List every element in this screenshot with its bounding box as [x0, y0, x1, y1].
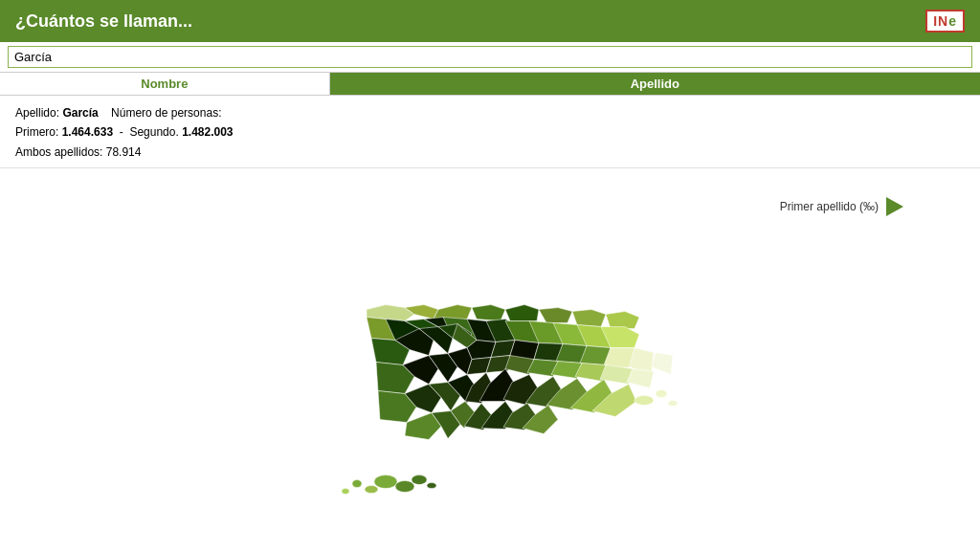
map-container	[309, 253, 711, 542]
svg-point-70	[427, 483, 436, 489]
svg-point-66	[412, 475, 427, 485]
legend-label: Primer apellido (‰)	[780, 197, 903, 216]
search-input[interactable]	[8, 46, 972, 68]
ambos-value: 78.914	[106, 145, 142, 159]
search-row	[0, 42, 980, 73]
svg-point-73	[668, 401, 678, 407]
spain-map	[309, 253, 711, 540]
primero-label: Primero:	[15, 125, 58, 139]
svg-marker-3	[472, 305, 505, 321]
apellido-label: Apellido:	[15, 106, 59, 120]
svg-point-65	[395, 481, 414, 493]
svg-marker-33	[652, 353, 673, 375]
svg-marker-5	[539, 308, 572, 323]
segundo-label: Segundo.	[129, 125, 178, 139]
svg-point-71	[635, 396, 654, 406]
svg-point-64	[374, 475, 397, 489]
svg-point-68	[352, 480, 362, 488]
svg-point-72	[656, 390, 667, 398]
header-bar: ¿Cuántos se llaman... INe	[0, 0, 980, 42]
segundo-value: 1.482.003	[182, 125, 233, 139]
svg-marker-7	[606, 312, 639, 329]
ine-logo: INe	[925, 10, 965, 33]
primero-value: 1.464.633	[62, 125, 113, 139]
next-arrow-icon[interactable]	[886, 197, 903, 216]
svg-point-67	[365, 486, 378, 494]
tab-apellido[interactable]: Apellido	[330, 73, 980, 95]
app-title: ¿Cuántos se llaman...	[15, 11, 192, 32]
stats-area: Apellido: García Número de personas: Pri…	[0, 96, 980, 168]
svg-point-69	[342, 489, 349, 495]
main-content: Primer apellido (‰)	[0, 168, 980, 551]
tab-row: Nombre Apellido	[0, 73, 980, 96]
svg-marker-32	[630, 348, 654, 372]
ambos-label: Ambos apellidos:	[15, 145, 102, 159]
svg-marker-4	[505, 305, 539, 321]
legend-text: Primer apellido (‰)	[780, 200, 879, 213]
apellido-value: García	[62, 106, 98, 120]
tab-nombre[interactable]: Nombre	[0, 73, 330, 95]
svg-marker-6	[572, 310, 606, 327]
numero-label: Número de personas:	[111, 106, 221, 120]
